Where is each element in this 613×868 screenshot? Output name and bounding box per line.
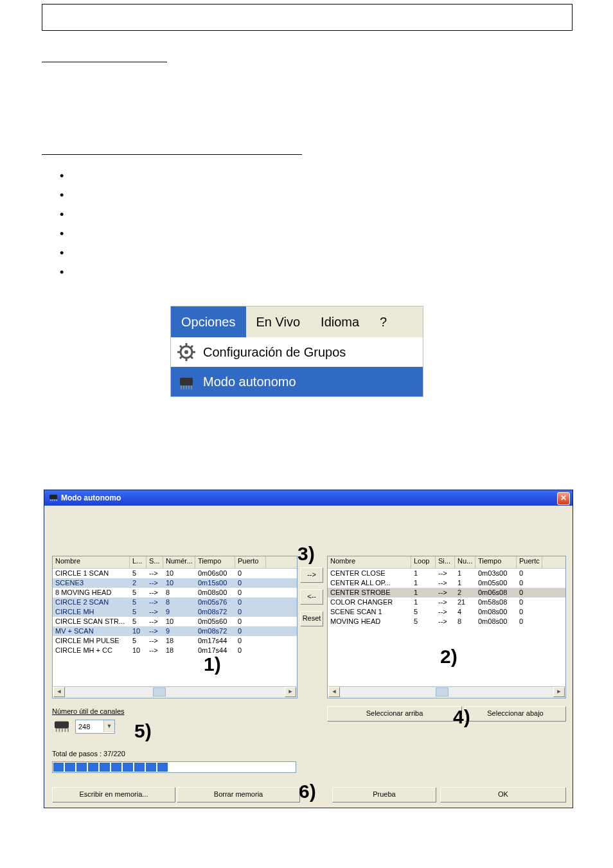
- menubar: Opciones En Vivo Idioma ?: [171, 306, 423, 337]
- menuitem-autonomo[interactable]: Modo autonomo: [171, 367, 423, 396]
- bullet-list: [60, 166, 64, 281]
- table-row[interactable]: CIRCLE MH5-->90m08s720: [53, 607, 297, 617]
- progress-bar: [52, 761, 296, 773]
- total-steps-label: Total de pasos : 37/220: [52, 750, 125, 757]
- gear-icon: [176, 342, 198, 362]
- table-row[interactable]: SCENE SCAN 15-->40m08s000: [328, 607, 565, 617]
- channels-combobox[interactable]: 248 ▼: [75, 720, 115, 734]
- test-button[interactable]: Prueba: [332, 787, 436, 802]
- channels-value: 248: [78, 723, 90, 731]
- scrollbar[interactable]: ◄ ►: [53, 686, 296, 697]
- svg-point-1: [184, 350, 188, 354]
- table-row[interactable]: SCENE32-->100m15s000: [53, 578, 297, 588]
- svg-line-8: [190, 346, 193, 348]
- add-button[interactable]: -->: [300, 567, 323, 583]
- close-button[interactable]: ✕: [557, 492, 570, 505]
- table-row[interactable]: CENTER ALL OP...1-->10m05s000: [328, 578, 565, 588]
- available-scenes-list[interactable]: Nombre L... S... Numér... Tiempo Puerto …: [52, 556, 298, 698]
- table-row[interactable]: 8 MOVING HEAD5-->80m08s000: [53, 588, 297, 598]
- channels-line: 248 ▼: [52, 719, 115, 734]
- channels-label: Número útil de canales: [52, 707, 125, 715]
- scroll-right-icon[interactable]: ►: [285, 687, 296, 697]
- callout-4: 4): [453, 706, 470, 728]
- write-memory-button[interactable]: Escribir en memoria...: [52, 787, 175, 802]
- selected-scenes-list[interactable]: Nombre Loop Si... Nu... Tiempo Puertc CE…: [327, 556, 566, 698]
- table-row[interactable]: CENTER CLOSE1-->10m03s000: [328, 569, 565, 578]
- table-row[interactable]: CIRCLE MH + CC10-->180m17s440: [53, 646, 297, 655]
- menu-help[interactable]: ?: [369, 306, 397, 337]
- menuitem-autonomo-label: Modo autonomo: [203, 375, 296, 389]
- select-down-button[interactable]: Seleccionar abajo: [465, 706, 566, 722]
- scrollbar[interactable]: ◄ ►: [328, 686, 565, 697]
- menu-dropdown: Configuración de Grupos Modo autonomo: [171, 337, 423, 396]
- underline-long: [42, 154, 302, 155]
- dialog-title: Modo autonomo: [61, 493, 121, 502]
- table-row[interactable]: COLOR CHANGER1-->210m58s080: [328, 598, 565, 607]
- erase-memory-button[interactable]: Borrar memoria: [177, 787, 300, 802]
- menuitem-grupos-label: Configuración de Grupos: [203, 345, 346, 360]
- svg-line-9: [180, 356, 182, 359]
- reset-button[interactable]: Reset: [300, 611, 323, 626]
- underline-short: [42, 62, 167, 62]
- header-box: [42, 4, 573, 31]
- list-header: Nombre Loop Si... Nu... Tiempo Puertc: [328, 556, 565, 569]
- callout-6: 6): [299, 781, 316, 802]
- remove-button[interactable]: <--: [300, 589, 323, 605]
- autonomous-mode-dialog: Modo autonomo ✕ Nombre L... S... Numér..…: [44, 490, 573, 808]
- select-up-button[interactable]: Seleccionar arriba: [327, 706, 462, 722]
- callout-3: 3): [298, 543, 315, 565]
- chip-icon: [52, 719, 71, 734]
- callout-5: 5): [134, 720, 152, 742]
- ok-button[interactable]: OK: [440, 787, 566, 802]
- titlebar: Modo autonomo ✕: [44, 490, 573, 506]
- table-row[interactable]: CENTER STROBE1-->20m06s080: [328, 588, 565, 598]
- svg-rect-21: [55, 722, 69, 729]
- table-row[interactable]: MOVING HEAD5-->80m08s000: [328, 617, 565, 626]
- callout-1: 1): [204, 653, 221, 675]
- table-row[interactable]: CIRCLE 2 SCAN5-->80m05s760: [53, 598, 297, 607]
- chip-icon: [48, 492, 58, 504]
- svg-line-7: [190, 356, 193, 359]
- chevron-down-icon[interactable]: ▼: [103, 720, 114, 732]
- scroll-left-icon[interactable]: ◄: [328, 687, 340, 697]
- transfer-buttons: --> <-- Reset: [300, 567, 323, 633]
- table-row[interactable]: CIRCLE MH PULSE5-->180m17s440: [53, 636, 297, 646]
- table-row[interactable]: CIRCLE SCAN STR...5-->100m05s600: [53, 617, 297, 626]
- table-row[interactable]: MV + SCAN10-->90m08s720: [53, 626, 297, 636]
- svg-rect-16: [49, 495, 57, 499]
- chip-icon: [176, 371, 198, 392]
- callout-2: 2): [440, 646, 458, 668]
- table-row[interactable]: CIRCLE 1 SCAN5-->100m06s000: [53, 569, 297, 578]
- scroll-left-icon[interactable]: ◄: [53, 687, 65, 697]
- scroll-right-icon[interactable]: ►: [553, 687, 565, 697]
- menu-opciones[interactable]: Opciones: [171, 306, 246, 337]
- menu-idioma[interactable]: Idioma: [310, 306, 369, 337]
- svg-line-6: [180, 346, 182, 348]
- menuitem-grupos[interactable]: Configuración de Grupos: [171, 337, 423, 367]
- menu-envivo[interactable]: En Vivo: [246, 306, 311, 337]
- options-menu: Opciones En Vivo Idioma ? Configuración …: [170, 306, 423, 397]
- list-header: Nombre L... S... Numér... Tiempo Puerto: [53, 556, 297, 569]
- svg-rect-10: [180, 378, 193, 385]
